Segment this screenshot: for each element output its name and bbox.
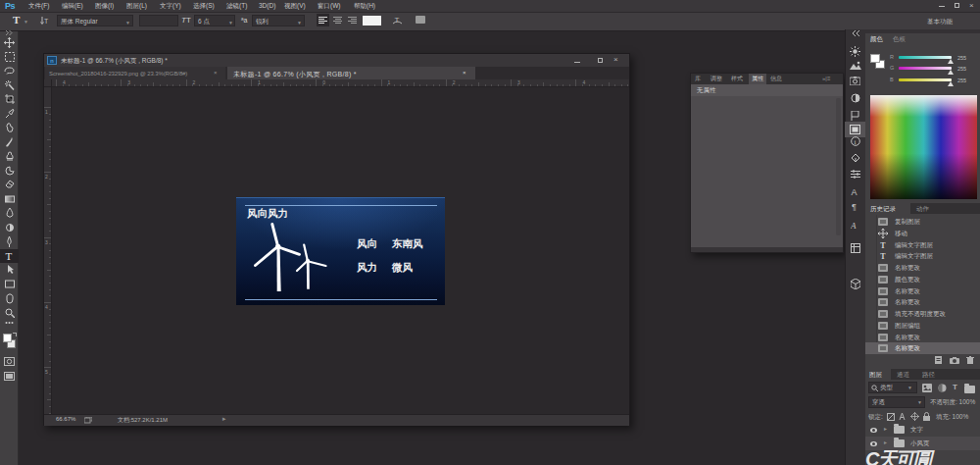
svg-text:A: A bbox=[852, 187, 858, 196]
svg-text:i: i bbox=[854, 138, 856, 146]
svg-text:T: T bbox=[44, 18, 49, 25]
svg-text:T: T bbox=[395, 16, 400, 25]
svg-text:A: A bbox=[851, 221, 857, 230]
svg-text:T: T bbox=[6, 251, 13, 261]
svg-text:¶: ¶ bbox=[852, 202, 857, 211]
